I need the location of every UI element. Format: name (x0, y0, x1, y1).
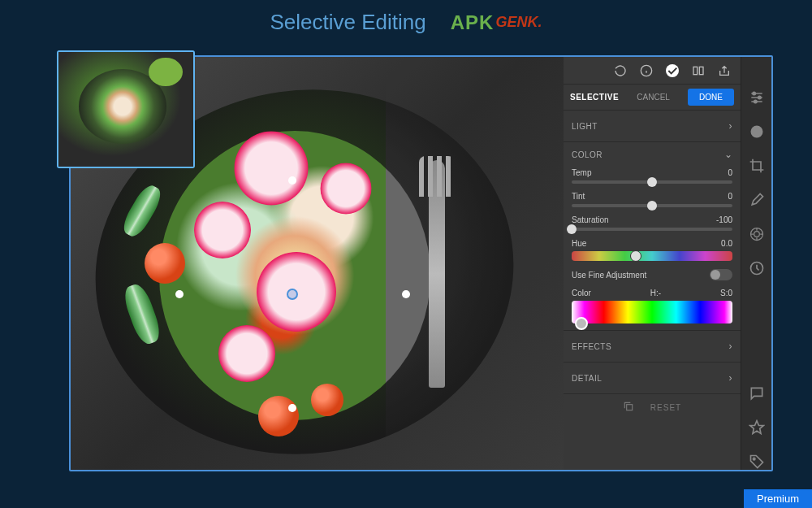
mode-row: SELECTIVE CANCEL DONE (564, 85, 741, 111)
color-h-label: H:- (650, 289, 661, 297)
thumbnail-image (58, 52, 193, 167)
mode-selective-label: SELECTIVE (570, 93, 619, 102)
svg-rect-2 (693, 67, 698, 74)
color-picker-label: Color (572, 289, 591, 297)
color-gradient[interactable] (572, 301, 732, 323)
fine-adjustment-row: Use Fine Adjustment (572, 269, 732, 280)
selection-handle-right[interactable] (402, 290, 410, 298)
compare-icon[interactable] (692, 64, 705, 77)
svg-point-10 (754, 232, 759, 237)
done-button[interactable]: DONE (688, 89, 734, 106)
selection-overlay[interactable] (179, 180, 406, 407)
before-thumbnail[interactable] (57, 50, 195, 168)
chevron-right-icon: › (729, 120, 733, 132)
fork-prop (429, 160, 445, 388)
palette-icon[interactable] (749, 124, 765, 140)
svg-point-12 (753, 458, 755, 460)
undo-icon[interactable] (614, 64, 627, 77)
tag-icon[interactable] (749, 454, 765, 470)
temp-label: Temp (572, 168, 591, 177)
svg-rect-4 (626, 405, 632, 410)
saturation-thumb[interactable] (567, 224, 577, 234)
brand-logo: APK GENK. (451, 11, 542, 34)
reset-row: RESET (564, 394, 741, 420)
svg-rect-3 (699, 67, 703, 74)
logo-part-genk: GENK. (495, 14, 542, 31)
crop-icon[interactable] (749, 158, 765, 174)
color-cursor[interactable] (575, 317, 588, 330)
history-icon[interactable] (749, 260, 765, 276)
selection-handle-left[interactable] (175, 290, 184, 298)
selection-center[interactable] (287, 289, 298, 300)
section-light[interactable]: LIGHT› (564, 111, 741, 142)
light-label: LIGHT (572, 122, 598, 131)
effects-label: EFFECTS (572, 342, 611, 351)
temp-value: 0 (728, 168, 732, 177)
app-header: Selective Editing APK GENK. (0, 0, 812, 41)
temp-slider: Temp0 (572, 168, 732, 184)
section-detail[interactable]: DETAIL› (564, 363, 741, 394)
hue-slider: Hue0.0 (572, 239, 732, 261)
header-title: Selective Editing (270, 10, 426, 35)
svg-point-8 (750, 126, 762, 138)
copy-icon[interactable] (623, 401, 634, 414)
chevron-down-icon: ⌄ (724, 149, 733, 160)
saturation-value: -100 (716, 215, 732, 224)
hue-label: Hue (572, 239, 586, 248)
detail-label: DETAIL (572, 374, 602, 383)
color-s-label: S:0 (720, 289, 732, 297)
reset-button[interactable]: RESET (650, 403, 681, 412)
adjustments-panel: SELECTIVE CANCEL DONE LIGHT› COLOR⌄ Temp… (564, 57, 741, 470)
tint-label: Tint (572, 192, 585, 201)
saturation-slider: Saturation-100 (572, 215, 732, 231)
selection-handle-top[interactable] (288, 176, 296, 185)
check-icon[interactable] (666, 64, 679, 77)
saturation-label: Saturation (572, 215, 609, 224)
comment-icon[interactable] (749, 385, 765, 402)
tint-slider: Tint0 (572, 192, 732, 207)
chevron-right-icon: › (729, 341, 733, 352)
section-color: COLOR⌄ Temp0 Tint0 Saturation-100 Hue0.0… (564, 142, 741, 331)
svg-point-7 (754, 100, 756, 102)
color-picker: Color H:- S:0 (572, 289, 732, 323)
fine-adjustment-label: Use Fine Adjustment (572, 271, 646, 280)
info-icon[interactable] (640, 64, 653, 77)
tint-thumb[interactable] (647, 201, 657, 211)
star-icon[interactable] (749, 419, 765, 436)
saturation-track[interactable] (572, 228, 732, 231)
adjust-icon[interactable] (749, 89, 765, 106)
temp-track[interactable] (572, 180, 732, 184)
color-label: COLOR (572, 150, 603, 159)
color-header[interactable]: COLOR⌄ (572, 149, 732, 160)
temp-thumb[interactable] (647, 177, 657, 187)
fine-adjustment-toggle[interactable] (710, 269, 732, 280)
aperture-icon[interactable] (749, 226, 765, 242)
hue-thumb[interactable] (630, 250, 641, 262)
right-toolbar (741, 57, 771, 470)
tint-track[interactable] (572, 204, 732, 207)
logo-part-apk: APK (451, 11, 495, 34)
selection-handle-bottom[interactable] (288, 404, 296, 412)
premium-badge: Premium (744, 489, 812, 508)
svg-point-6 (758, 96, 760, 98)
share-icon[interactable] (718, 64, 731, 77)
panel-topbar (564, 57, 741, 85)
svg-point-5 (753, 92, 755, 94)
chevron-right-icon: › (729, 372, 733, 384)
tint-value: 0 (728, 192, 732, 201)
brush-icon[interactable] (749, 192, 765, 208)
section-effects[interactable]: EFFECTS› (564, 331, 741, 363)
hue-track[interactable] (572, 251, 732, 261)
cancel-button[interactable]: CANCEL (628, 89, 678, 105)
hue-value: 0.0 (721, 239, 732, 248)
